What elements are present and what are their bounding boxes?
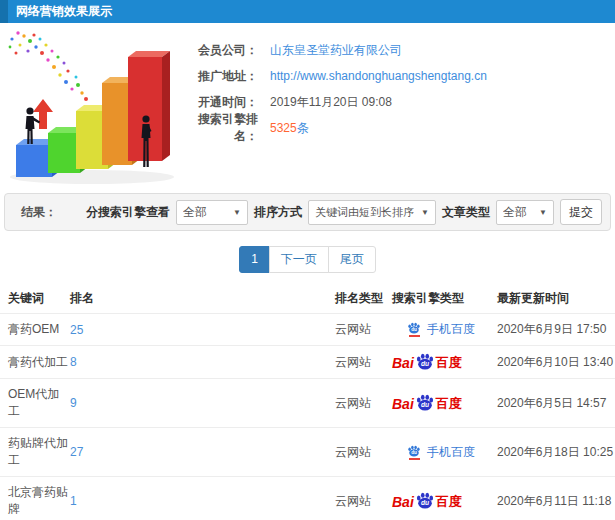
company-info: 会员公司： 山东皇圣堂药业有限公司 推广地址： http://www.shand…	[180, 23, 615, 193]
rank-cell: 9	[70, 379, 335, 428]
updated-cell: 2020年6月10日 13:40	[497, 346, 615, 379]
baidu-paw-icon: du	[415, 353, 435, 370]
sort-filter-value: 关键词由短到长排序	[315, 205, 414, 220]
header-engine-type: 搜索引擎类型	[392, 283, 497, 314]
updated-cell: 2020年6月18日 10:25	[497, 428, 615, 477]
rank-link[interactable]: 1	[70, 494, 77, 508]
keyword-cell: 膏药OEM	[0, 314, 70, 346]
rank-type-cell: 云网站	[335, 346, 392, 379]
result-label: 结果：	[21, 204, 57, 221]
article-type-label: 文章类型	[442, 204, 490, 221]
svg-text:du: du	[421, 361, 429, 368]
submit-button[interactable]: 提交	[560, 199, 602, 225]
results-table: 关键词 排名 排名类型 搜索引擎类型 最新更新时间 膏药OEM 25 云网站 d…	[0, 283, 615, 520]
rank-cell: 27	[70, 428, 335, 477]
baidu-pc-logo: Baidu百度	[392, 492, 462, 509]
filter-panel: 结果： 分搜索引擎查看 全部 ▼ 排序方式 关键词由短到长排序 ▼ 文章类型 全…	[4, 193, 611, 231]
mobile-baidu-label: 手机百度	[427, 444, 475, 461]
results-table-body: 膏药OEM 25 云网站 du手机百度 2020年6月9日 17:50 膏药代加…	[0, 314, 615, 520]
open-time-value: 2019年11月20日 09:08	[270, 94, 392, 111]
baidu-paw-icon: du	[407, 322, 421, 337]
engine-cell: Baidu百度	[392, 379, 497, 428]
article-type-value: 全部	[503, 204, 527, 221]
engine-cell: du手机百度	[392, 314, 497, 346]
info-row-url: 推广地址： http://www.shandonghuangshengtang.…	[180, 63, 615, 89]
updated-cell: 2020年6月11日 11:18	[497, 477, 615, 520]
sort-filter-label: 排序方式	[254, 204, 302, 221]
up-arrow-icon	[33, 99, 53, 129]
table-row: OEM代加工 9 云网站 Baidu百度 2020年6月5日 14:57	[0, 379, 615, 428]
sort-filter-select[interactable]: 关键词由短到长排序 ▼	[308, 200, 436, 225]
header-keyword: 关键词	[0, 283, 70, 314]
bar-red	[128, 51, 170, 161]
caret-down-icon: ▼	[533, 208, 547, 217]
titlebar: 网络营销效果展示	[0, 0, 615, 23]
table-row: 膏药代加工 8 云网站 Baidu百度 2020年6月10日 13:40	[0, 346, 615, 379]
page-next[interactable]: 下一页	[269, 246, 329, 273]
top-section: 会员公司： 山东皇圣堂药业有限公司 推广地址： http://www.shand…	[0, 23, 615, 193]
rank-link[interactable]: 25	[70, 323, 83, 337]
table-row: 药贴牌代加工 27 云网站 du手机百度 2020年6月18日 10:25	[0, 428, 615, 477]
svg-text:du: du	[411, 328, 417, 333]
mobile-baidu-label: 手机百度	[427, 321, 475, 338]
baidu-pc-logo: Baidu百度	[392, 353, 462, 370]
rank-link[interactable]: 8	[70, 355, 77, 369]
baidu-mobile-logo: du手机百度	[392, 321, 475, 338]
pagination: 1 下一页 尾页	[0, 246, 615, 273]
baidu-paw-icon: du	[415, 394, 435, 411]
rank-cell: 25	[70, 314, 335, 346]
baidu-mobile-logo: du手机百度	[392, 444, 475, 461]
keyword-cell: 北京膏药贴牌	[0, 477, 70, 520]
rank-cell: 8	[70, 346, 335, 379]
open-time-label: 开通时间：	[180, 94, 258, 111]
info-row-company: 会员公司： 山东皇圣堂药业有限公司	[180, 37, 615, 63]
keyword-cell: 膏药代加工	[0, 346, 70, 379]
rank-type-cell: 云网站	[335, 428, 392, 477]
filter-group: 分搜索引擎查看 全部 ▼ 排序方式 关键词由短到长排序 ▼ 文章类型 全部 ▼ …	[86, 199, 602, 225]
keyword-cell: OEM代加工	[0, 379, 70, 428]
rank-link[interactable]: 27	[70, 445, 83, 459]
rank-cell: 1	[70, 477, 335, 520]
company-name-link[interactable]: 山东皇圣堂药业有限公司	[270, 42, 402, 59]
engine-filter-select[interactable]: 全部 ▼	[176, 200, 248, 225]
engine-cell: Baidu百度	[392, 477, 497, 520]
engine-filter-label: 分搜索引擎查看	[86, 204, 170, 221]
promo-url-link[interactable]: http://www.shandonghuangshengtang.cn	[270, 69, 487, 83]
promo-url-label: 推广地址：	[180, 68, 258, 85]
updated-cell: 2020年6月5日 14:57	[497, 379, 615, 428]
article-type-select[interactable]: 全部 ▼	[496, 200, 554, 225]
updated-cell: 2020年6月9日 17:50	[497, 314, 615, 346]
caret-down-icon: ▼	[227, 208, 241, 217]
engine-filter-value: 全部	[183, 204, 207, 221]
person-left	[26, 107, 41, 144]
caret-down-icon: ▼	[415, 208, 429, 217]
header-updated: 最新更新时间	[497, 283, 615, 314]
page-last[interactable]: 尾页	[328, 246, 376, 273]
ranking-count-number: 5325	[270, 121, 297, 135]
bar-chart-illustration	[2, 27, 180, 189]
header-rank: 排名	[70, 283, 335, 314]
rank-link[interactable]: 9	[70, 396, 77, 410]
rank-type-cell: 云网站	[335, 314, 392, 346]
engine-cell: Baidu百度	[392, 346, 497, 379]
svg-text:du: du	[421, 500, 429, 507]
engine-cell: du手机百度	[392, 428, 497, 477]
baidu-paw-icon: du	[407, 445, 421, 460]
info-row-ranking-count: 搜索引擎排名： 5325条	[180, 115, 615, 141]
ranking-count-value: 5325条	[270, 120, 309, 137]
table-row: 北京膏药贴牌 1 云网站 Baidu百度 2020年6月11日 11:18	[0, 477, 615, 520]
baidu-paw-icon: du	[415, 492, 435, 509]
svg-text:du: du	[411, 450, 417, 455]
rank-type-cell: 云网站	[335, 379, 392, 428]
page-title: 网络营销效果展示	[16, 4, 112, 18]
header-rank-type: 排名类型	[335, 283, 392, 314]
ranking-count-label: 搜索引擎排名：	[180, 111, 258, 145]
page-current[interactable]: 1	[239, 246, 270, 273]
svg-text:du: du	[421, 402, 429, 409]
keyword-cell: 药贴牌代加工	[0, 428, 70, 477]
baidu-pc-logo: Baidu百度	[392, 394, 462, 411]
confetti-dots	[9, 31, 88, 101]
rank-type-cell: 云网站	[335, 477, 392, 520]
company-label: 会员公司：	[180, 42, 258, 59]
ranking-count-unit: 条	[297, 121, 309, 135]
